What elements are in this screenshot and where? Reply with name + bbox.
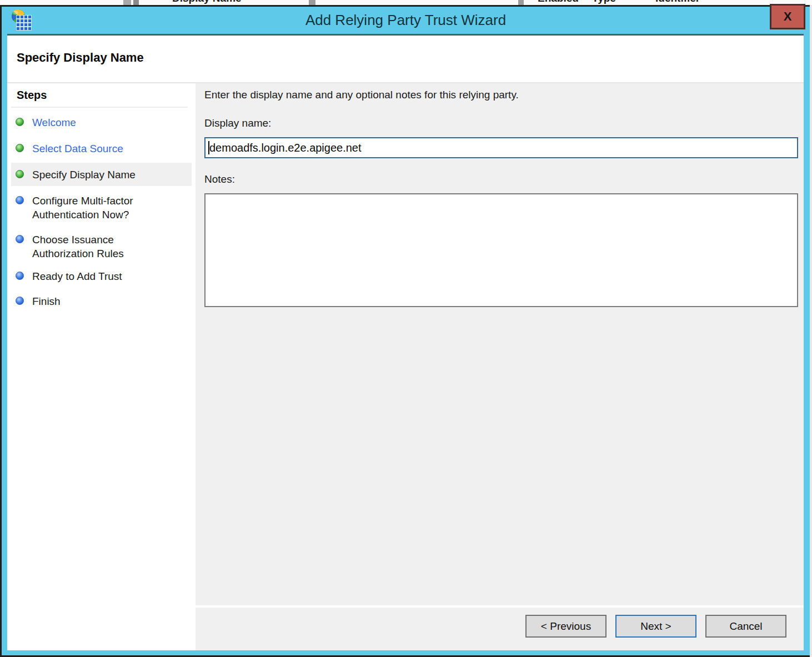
step-label: Specify Display Name	[32, 168, 171, 182]
step-label: Welcome	[32, 116, 171, 129]
titlebar[interactable]: Add Relying Party Trust Wizard	[2, 7, 810, 34]
display-name-label: Display name:	[204, 117, 271, 129]
step-label: Choose Issuance Authorization Rules	[32, 233, 171, 260]
text-caret	[208, 141, 209, 154]
steps-panel: Steps Welcome Select Data Source Specify…	[7, 83, 196, 650]
dialog-client-area: Specify Display Name Steps Welcome Selec…	[7, 34, 804, 649]
step-select-data-source[interactable]: Select Data Source	[11, 142, 192, 156]
step-finish[interactable]: Finish	[11, 294, 192, 308]
step-upcoming-icon	[16, 196, 24, 204]
window-title: Add Relying Party Trust Wizard	[2, 7, 810, 34]
next-button[interactable]: Next >	[615, 615, 696, 638]
step-ready-to-add-trust[interactable]: Ready to Add Trust	[11, 269, 192, 283]
steps-divider	[11, 107, 188, 108]
step-configure-multi-factor[interactable]: Configure Multi-factor Authentication No…	[11, 194, 192, 222]
background-fragment	[518, 0, 524, 5]
display-name-input[interactable]	[204, 137, 798, 158]
notes-label: Notes:	[204, 173, 235, 185]
background-column-type: Type	[592, 0, 616, 4]
background-column-identifier: Identifier	[655, 0, 700, 4]
wizard-step-content: Enter the display name and any optional …	[196, 83, 804, 605]
close-button[interactable]: X	[770, 4, 805, 29]
step-label: Select Data Source	[32, 142, 171, 156]
step-label: Finish	[32, 294, 171, 308]
cancel-button[interactable]: Cancel	[705, 615, 786, 638]
wizard-dialog: Add Relying Party Trust Wizard X Specify…	[0, 5, 810, 657]
step-upcoming-icon	[16, 235, 24, 243]
intro-text: Enter the display name and any optional …	[204, 89, 519, 101]
notes-input[interactable]	[204, 193, 798, 307]
background-fragment	[123, 0, 131, 5]
step-completed-icon	[16, 170, 24, 178]
background-fragment	[309, 0, 315, 5]
step-choose-issuance-rules[interactable]: Choose Issuance Authorization Rules	[11, 233, 192, 260]
step-upcoming-icon	[16, 272, 24, 280]
step-label: Configure Multi-factor Authentication No…	[32, 194, 171, 222]
step-completed-icon	[16, 118, 24, 126]
background-column-enabled: Enabled	[538, 0, 579, 4]
step-specify-display-name[interactable]: Specify Display Name	[11, 163, 192, 186]
step-upcoming-icon	[16, 297, 24, 305]
screen: Display Name Enabled Type Identifier	[0, 0, 812, 657]
step-welcome[interactable]: Welcome	[11, 116, 192, 129]
steps-heading: Steps	[17, 89, 47, 102]
step-label: Ready to Add Trust	[32, 269, 171, 283]
footer: < Previous Next > Cancel	[196, 608, 804, 650]
background-column-display-name: Display Name	[172, 0, 242, 4]
previous-button[interactable]: < Previous	[525, 615, 607, 638]
page-title: Specify Display Name	[17, 51, 144, 65]
background-window-strip: Display Name Enabled Type Identifier	[0, 0, 812, 5]
background-fragment	[133, 0, 139, 5]
step-completed-icon	[16, 144, 24, 152]
